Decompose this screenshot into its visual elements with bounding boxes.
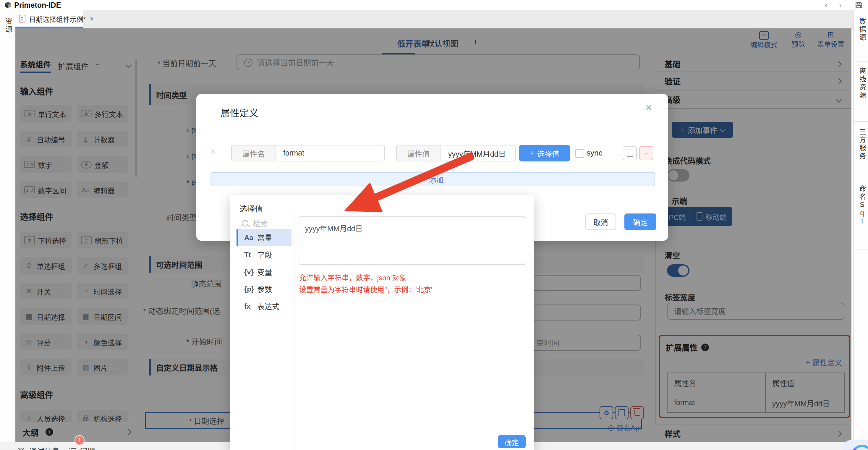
add-attr-row-button[interactable]: + 添加 [211,172,655,186]
close-tab-icon[interactable]: × [90,14,94,23]
parameter-type-icon: {p} [244,285,257,293]
plus-icon: + [422,175,427,183]
back-icon[interactable]: ‹ [825,1,828,9]
picker-item-constant[interactable]: Aa 常量 [237,229,291,246]
strip-item-namedsql[interactable]: 命名Sql [857,185,867,226]
attr-name-group[interactable]: 属性名 format [231,145,385,161]
plus-icon: + [530,149,534,157]
picker-item-variable[interactable]: {v} 变量 [237,263,291,280]
modal-close-icon[interactable]: × [646,102,652,114]
debug-info-label: 调试信息 [29,445,60,450]
row-remove-button[interactable]: − [639,146,653,160]
document-tab-title: 日期选择组件示例* [29,14,86,23]
drag-handle-icon[interactable]: × [211,146,216,156]
picker-ok-button[interactable]: 确定 [498,435,526,448]
document-tab[interactable]: 日期选择组件示例* × [16,10,83,27]
strip-divider [854,61,868,61]
problems-count-badge: 1 [74,435,85,445]
modal-title: 属性定义 [221,105,258,119]
strip-divider [854,180,868,180]
attr-name-value[interactable]: format [276,146,384,161]
save-icon[interactable] [855,1,863,9]
attr-name-label: 属性名 [232,146,276,161]
attr-value-value[interactable]: yyyy年MM月dd日 [441,146,515,161]
picker-divider [294,214,294,450]
value-hint-1: 允许输入字符串，数字，json 对象 [299,272,406,282]
picker-item-expression[interactable]: fx 表达式 [237,297,291,314]
constant-type-icon: Aa [244,233,257,242]
select-value-button[interactable]: + 选择值 [519,145,570,161]
strip-divider [854,121,868,122]
right-tools-strip: 数据源 离线资源 三方服务 命名Sql [853,10,868,442]
field-type-icon: Tt [244,250,257,259]
modal-cancel-button[interactable]: 取消 [585,213,616,230]
document-tab-bar [16,10,853,29]
value-textarea[interactable]: yyyy年MM月dd日 [299,216,526,265]
title-bar: Primeton-IDE ‹ › [0,0,868,11]
copy-icon [626,150,633,157]
variable-type-icon: {v} [244,268,257,276]
problems-button[interactable]: 问题 [69,445,95,450]
list-icon [69,448,76,450]
search-icon [242,220,248,227]
minus-icon: − [644,149,649,157]
forward-icon[interactable]: › [839,1,842,9]
sync-checkbox[interactable] [575,149,584,158]
strip-item-offline[interactable]: 离线资源 [857,67,867,99]
document-icon [19,15,25,23]
app-window: Primeton-IDE ‹ › 资源 数据源 离线资源 三方服务 命名Sql … [0,0,868,450]
picker-item-field[interactable]: Tt 字段 [237,246,291,263]
picker-item-parameter[interactable]: {p} 参数 [237,280,291,297]
modal-ok-button[interactable]: 确定 [624,213,656,230]
left-resource-strip: 资源 [0,10,16,442]
strip-item-thirdparty[interactable]: 三方服务 [857,128,867,160]
app-logo-icon [4,1,12,9]
problems-label: 问题 [80,445,95,450]
search-placeholder[interactable]: 检索 [253,218,268,229]
sync-label: sync [587,148,602,157]
select-value-dialog: 选择值 检索 Aa 常量 Tt 字段 {v} 变量 {p} 参数 fx 表达式 … [230,195,534,450]
value-hint-2: 设置常量为字符串时请使用''，示例：'北京' [299,284,432,294]
strip-item-datasource[interactable]: 数据源 [857,18,867,42]
expression-type-icon: fx [244,302,257,310]
bug-icon [17,447,25,450]
resource-strip-label[interactable]: 资源 [4,18,13,34]
row-copy-button[interactable] [623,146,637,160]
picker-title: 选择值 [240,203,262,214]
debug-info-button[interactable]: 调试信息 [17,445,60,450]
app-title: Primeton-IDE [14,1,61,9]
attr-value-label: 属性值 [397,146,441,161]
attr-value-group[interactable]: 属性值 yyyy年MM月dd日 [396,145,516,161]
strip-divider [854,249,868,250]
